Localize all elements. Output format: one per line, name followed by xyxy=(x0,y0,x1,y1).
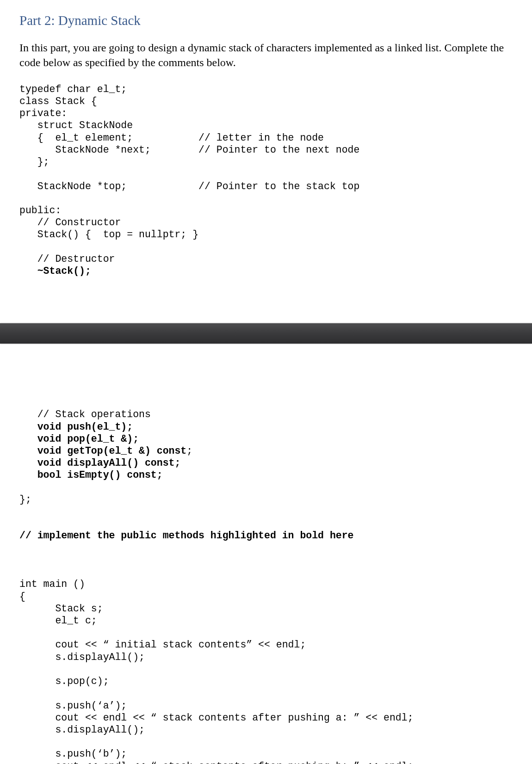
code-line: s.displayAll(); xyxy=(19,724,145,735)
code-line: s.displayAll(); xyxy=(19,652,145,663)
code-bold: void getTop(el_t &) const xyxy=(37,445,187,456)
code-block-1: typedef char el_t; class Stack { private… xyxy=(19,83,513,277)
code-line: // Stack operations xyxy=(19,409,151,420)
code-indent xyxy=(19,265,37,277)
code-line: struct StackNode xyxy=(19,120,133,131)
code-bold: void pop(el_t &); xyxy=(37,433,139,444)
code-line: public: xyxy=(19,205,61,216)
code-line: }; xyxy=(19,494,31,505)
page-1: Part 2: Dynamic Stack In this part, you … xyxy=(0,0,532,277)
code-indent xyxy=(19,421,37,432)
code-line: // Constructor xyxy=(19,217,121,228)
code-indent xyxy=(19,433,37,444)
code-line: cout << “ initial stack contents” << end… xyxy=(19,639,306,650)
code-line: s.pop(c); xyxy=(19,676,109,687)
section-heading: Part 2: Dynamic Stack xyxy=(19,13,513,28)
code-text: ; xyxy=(186,445,192,456)
code-indent xyxy=(19,457,37,468)
instruction-paragraph: In this part, you are going to design a … xyxy=(19,40,513,70)
code-line: s.push(‘a’); xyxy=(19,700,127,711)
code-line: { xyxy=(19,591,25,602)
code-line: Stack() { top = nullptr; } xyxy=(19,229,198,240)
code-line: }; xyxy=(19,156,49,167)
code-line: typedef char el_t; xyxy=(19,84,127,95)
code-line: StackNode *top; // Pointer to the stack … xyxy=(19,181,359,192)
code-line: StackNode *next; // Pointer to the next … xyxy=(19,144,359,155)
code-line: s.push(‘b’); xyxy=(19,748,127,759)
code-indent xyxy=(19,469,37,481)
page-divider xyxy=(0,323,532,344)
code-bold: ~Stack(); xyxy=(37,265,91,277)
code-line: Stack s; xyxy=(19,603,103,614)
code-line: private: xyxy=(19,108,67,119)
code-indent xyxy=(19,445,37,456)
code-bold: void displayAll() const; xyxy=(37,457,181,468)
code-line: cout << endl << “ stack contents after p… xyxy=(19,761,414,764)
code-line: int main () xyxy=(19,579,85,590)
code-block-2: // Stack operations void push(el_t); voi… xyxy=(19,408,513,764)
code-bold-comment: // implement the public methods highligh… xyxy=(19,530,354,541)
code-bold: void push(el_t); xyxy=(37,421,133,432)
code-line: class Stack { xyxy=(19,96,97,107)
code-line: { el_t element; // letter in the node xyxy=(19,132,324,143)
page-2: // Stack operations void push(el_t); voi… xyxy=(0,344,532,764)
code-bold: bool isEmpty() const; xyxy=(37,469,163,481)
code-line: // Destructor xyxy=(19,253,115,265)
code-line: el_t c; xyxy=(19,615,97,626)
code-line: cout << endl << “ stack contents after p… xyxy=(19,712,414,723)
